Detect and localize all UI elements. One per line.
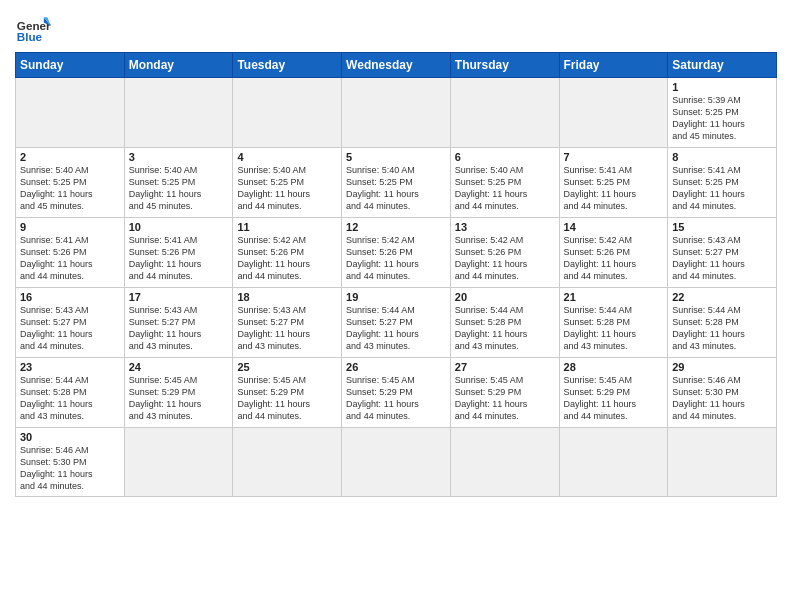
day-info: Sunrise: 5:45 AMSunset: 5:29 PMDaylight:…: [455, 374, 555, 423]
day-cell: [124, 78, 233, 148]
logo-icon: General Blue: [15, 10, 51, 46]
day-info: Sunrise: 5:45 AMSunset: 5:29 PMDaylight:…: [564, 374, 664, 423]
day-info: Sunrise: 5:46 AMSunset: 5:30 PMDaylight:…: [672, 374, 772, 423]
day-number: 30: [20, 431, 120, 443]
day-info: Sunrise: 5:40 AMSunset: 5:25 PMDaylight:…: [20, 164, 120, 213]
day-number: 27: [455, 361, 555, 373]
day-number: 14: [564, 221, 664, 233]
day-number: 22: [672, 291, 772, 303]
day-cell: 2Sunrise: 5:40 AMSunset: 5:25 PMDaylight…: [16, 148, 125, 218]
day-number: 12: [346, 221, 446, 233]
day-number: 24: [129, 361, 229, 373]
day-cell: [124, 428, 233, 497]
day-cell: 25Sunrise: 5:45 AMSunset: 5:29 PMDayligh…: [233, 358, 342, 428]
weekday-header-tuesday: Tuesday: [233, 53, 342, 78]
day-number: 17: [129, 291, 229, 303]
day-cell: [450, 78, 559, 148]
day-info: Sunrise: 5:46 AMSunset: 5:30 PMDaylight:…: [20, 444, 120, 493]
day-cell: [342, 428, 451, 497]
day-info: Sunrise: 5:40 AMSunset: 5:25 PMDaylight:…: [346, 164, 446, 213]
day-cell: 27Sunrise: 5:45 AMSunset: 5:29 PMDayligh…: [450, 358, 559, 428]
day-info: Sunrise: 5:45 AMSunset: 5:29 PMDaylight:…: [129, 374, 229, 423]
day-info: Sunrise: 5:42 AMSunset: 5:26 PMDaylight:…: [237, 234, 337, 283]
day-info: Sunrise: 5:43 AMSunset: 5:27 PMDaylight:…: [20, 304, 120, 353]
day-number: 4: [237, 151, 337, 163]
day-cell: 16Sunrise: 5:43 AMSunset: 5:27 PMDayligh…: [16, 288, 125, 358]
week-row-3: 16Sunrise: 5:43 AMSunset: 5:27 PMDayligh…: [16, 288, 777, 358]
day-cell: 1Sunrise: 5:39 AMSunset: 5:25 PMDaylight…: [668, 78, 777, 148]
logo: General Blue: [15, 10, 51, 46]
weekday-header-thursday: Thursday: [450, 53, 559, 78]
day-number: 10: [129, 221, 229, 233]
day-cell: 3Sunrise: 5:40 AMSunset: 5:25 PMDaylight…: [124, 148, 233, 218]
day-info: Sunrise: 5:43 AMSunset: 5:27 PMDaylight:…: [672, 234, 772, 283]
day-number: 23: [20, 361, 120, 373]
day-cell: 15Sunrise: 5:43 AMSunset: 5:27 PMDayligh…: [668, 218, 777, 288]
day-number: 2: [20, 151, 120, 163]
day-cell: [233, 78, 342, 148]
weekday-header-row: SundayMondayTuesdayWednesdayThursdayFrid…: [16, 53, 777, 78]
day-number: 11: [237, 221, 337, 233]
day-info: Sunrise: 5:41 AMSunset: 5:26 PMDaylight:…: [129, 234, 229, 283]
week-row-5: 30Sunrise: 5:46 AMSunset: 5:30 PMDayligh…: [16, 428, 777, 497]
day-cell: [342, 78, 451, 148]
day-number: 9: [20, 221, 120, 233]
day-info: Sunrise: 5:44 AMSunset: 5:28 PMDaylight:…: [20, 374, 120, 423]
weekday-header-wednesday: Wednesday: [342, 53, 451, 78]
day-info: Sunrise: 5:40 AMSunset: 5:25 PMDaylight:…: [237, 164, 337, 213]
day-number: 7: [564, 151, 664, 163]
day-cell: 10Sunrise: 5:41 AMSunset: 5:26 PMDayligh…: [124, 218, 233, 288]
day-number: 6: [455, 151, 555, 163]
day-info: Sunrise: 5:41 AMSunset: 5:25 PMDaylight:…: [672, 164, 772, 213]
day-cell: 28Sunrise: 5:45 AMSunset: 5:29 PMDayligh…: [559, 358, 668, 428]
day-info: Sunrise: 5:42 AMSunset: 5:26 PMDaylight:…: [455, 234, 555, 283]
day-cell: 5Sunrise: 5:40 AMSunset: 5:25 PMDaylight…: [342, 148, 451, 218]
day-info: Sunrise: 5:42 AMSunset: 5:26 PMDaylight:…: [346, 234, 446, 283]
week-row-0: 1Sunrise: 5:39 AMSunset: 5:25 PMDaylight…: [16, 78, 777, 148]
day-number: 13: [455, 221, 555, 233]
day-info: Sunrise: 5:40 AMSunset: 5:25 PMDaylight:…: [129, 164, 229, 213]
day-cell: [233, 428, 342, 497]
day-cell: 12Sunrise: 5:42 AMSunset: 5:26 PMDayligh…: [342, 218, 451, 288]
day-cell: 7Sunrise: 5:41 AMSunset: 5:25 PMDaylight…: [559, 148, 668, 218]
day-number: 28: [564, 361, 664, 373]
weekday-header-saturday: Saturday: [668, 53, 777, 78]
day-info: Sunrise: 5:39 AMSunset: 5:25 PMDaylight:…: [672, 94, 772, 143]
day-info: Sunrise: 5:44 AMSunset: 5:28 PMDaylight:…: [564, 304, 664, 353]
day-cell: 9Sunrise: 5:41 AMSunset: 5:26 PMDaylight…: [16, 218, 125, 288]
day-info: Sunrise: 5:40 AMSunset: 5:25 PMDaylight:…: [455, 164, 555, 213]
svg-text:Blue: Blue: [17, 30, 43, 43]
day-number: 26: [346, 361, 446, 373]
week-row-4: 23Sunrise: 5:44 AMSunset: 5:28 PMDayligh…: [16, 358, 777, 428]
day-number: 21: [564, 291, 664, 303]
weekday-header-sunday: Sunday: [16, 53, 125, 78]
day-cell: 21Sunrise: 5:44 AMSunset: 5:28 PMDayligh…: [559, 288, 668, 358]
day-cell: [16, 78, 125, 148]
day-cell: [668, 428, 777, 497]
day-cell: 4Sunrise: 5:40 AMSunset: 5:25 PMDaylight…: [233, 148, 342, 218]
weekday-header-monday: Monday: [124, 53, 233, 78]
day-cell: 18Sunrise: 5:43 AMSunset: 5:27 PMDayligh…: [233, 288, 342, 358]
day-cell: 24Sunrise: 5:45 AMSunset: 5:29 PMDayligh…: [124, 358, 233, 428]
page: General Blue SundayMondayTuesdayWednesda…: [0, 0, 792, 507]
weekday-header-friday: Friday: [559, 53, 668, 78]
day-cell: 20Sunrise: 5:44 AMSunset: 5:28 PMDayligh…: [450, 288, 559, 358]
day-cell: 14Sunrise: 5:42 AMSunset: 5:26 PMDayligh…: [559, 218, 668, 288]
day-cell: 22Sunrise: 5:44 AMSunset: 5:28 PMDayligh…: [668, 288, 777, 358]
day-number: 5: [346, 151, 446, 163]
day-info: Sunrise: 5:41 AMSunset: 5:25 PMDaylight:…: [564, 164, 664, 213]
day-cell: 11Sunrise: 5:42 AMSunset: 5:26 PMDayligh…: [233, 218, 342, 288]
day-cell: 23Sunrise: 5:44 AMSunset: 5:28 PMDayligh…: [16, 358, 125, 428]
week-row-2: 9Sunrise: 5:41 AMSunset: 5:26 PMDaylight…: [16, 218, 777, 288]
day-cell: [450, 428, 559, 497]
day-info: Sunrise: 5:43 AMSunset: 5:27 PMDaylight:…: [129, 304, 229, 353]
day-info: Sunrise: 5:45 AMSunset: 5:29 PMDaylight:…: [237, 374, 337, 423]
calendar-table: SundayMondayTuesdayWednesdayThursdayFrid…: [15, 52, 777, 497]
day-cell: 17Sunrise: 5:43 AMSunset: 5:27 PMDayligh…: [124, 288, 233, 358]
day-number: 15: [672, 221, 772, 233]
day-number: 25: [237, 361, 337, 373]
day-cell: 19Sunrise: 5:44 AMSunset: 5:27 PMDayligh…: [342, 288, 451, 358]
day-number: 18: [237, 291, 337, 303]
day-cell: 8Sunrise: 5:41 AMSunset: 5:25 PMDaylight…: [668, 148, 777, 218]
day-cell: [559, 428, 668, 497]
